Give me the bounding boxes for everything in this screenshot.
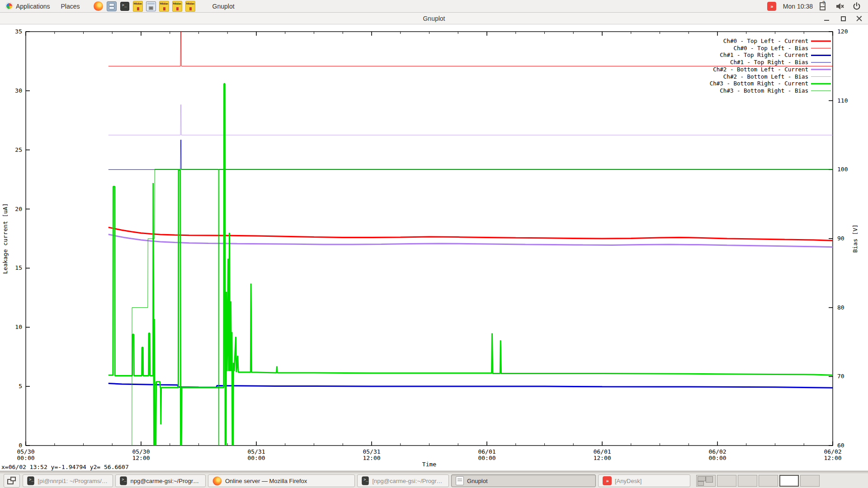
chart-text: 12:00 — [824, 455, 841, 461]
applications-menu-label: Applications — [16, 3, 50, 10]
anydesk-icon[interactable]: » — [767, 1, 777, 11]
launcher-file-manager-icon[interactable] — [107, 1, 117, 11]
gnuplot-window-titlebar[interactable]: Gnuplot — [0, 12, 868, 24]
taskbar-task-terminal[interactable]: >_npg@carme-gsi:~/Programs/CAR... — [115, 474, 206, 487]
panel-right: » Mon 10:38 ? — [767, 0, 868, 12]
workspace-3[interactable] — [738, 475, 757, 487]
panel-window-list-gnuplot[interactable]: Gnuplot — [208, 0, 239, 12]
series-ch3-bias — [132, 169, 833, 449]
terminal-icon: >_ — [362, 477, 369, 485]
series-ch3-current — [108, 84, 833, 446]
task-label: npg@carme-gsi:~/Programs/CAR... — [130, 478, 201, 484]
workspace-5[interactable] — [779, 475, 799, 487]
launcher-midas-icon[interactable]: Midas — [172, 1, 182, 11]
chart: 05/3000:0005/3012:0005/3100:0005/3112:00… — [0, 24, 868, 471]
chart-text: 110 — [837, 97, 848, 104]
chart-text: 00:00 — [478, 455, 495, 461]
workspace-window-outline — [706, 476, 713, 483]
chart-text: 10 — [15, 324, 22, 330]
panel-clock[interactable]: Mon 10:38 — [783, 3, 813, 10]
chart-text: Ch#3 - Bottom Right - Current — [710, 80, 808, 87]
series-ch2-current — [108, 235, 833, 247]
chart-text: 20 — [15, 206, 22, 212]
series-ch2-bias — [108, 105, 833, 135]
maximize-button[interactable] — [840, 15, 846, 22]
chart-text: Ch#1 - Top Right - Current — [720, 52, 808, 58]
chart-text: Ch#3 - Bottom Right - Bias — [720, 87, 808, 94]
launcher-terminal-icon[interactable]: >_ — [120, 1, 130, 11]
midas-icon: Midas — [159, 1, 169, 12]
chart-text: 06/01 — [593, 448, 611, 455]
launcher-midas-icon[interactable]: Midas — [133, 1, 143, 11]
anydesk-icon: » — [603, 476, 612, 485]
workspace-1[interactable] — [696, 475, 716, 487]
chart-text: 70 — [837, 373, 844, 380]
workspace-6[interactable] — [800, 475, 820, 487]
network-status-icon[interactable]: ? — [819, 1, 829, 11]
task-label: Online server — Mozilla Firefox — [225, 478, 307, 484]
workspace-switcher — [696, 475, 820, 487]
volume-muted-icon[interactable] — [835, 1, 845, 11]
launcher-firefox-icon[interactable] — [94, 1, 104, 11]
launcher-midas-icon[interactable]: Midas — [159, 1, 169, 11]
series-ch0-current — [108, 227, 833, 240]
chart-text: 0 — [19, 442, 22, 449]
chart-text: Time — [422, 461, 436, 468]
task-label: Gnuplot — [467, 478, 488, 484]
task-list: >_[pi@nnrpi1: ~/Programs/caenlogg...>_np… — [23, 474, 693, 487]
chart-text: 05/31 — [363, 448, 380, 455]
chart-text: 06/01 — [478, 448, 495, 455]
chart-text: Ch#0 - Top Left - Bias — [733, 45, 808, 52]
taskbar-task-gnuplot[interactable]: Gnuplot — [451, 474, 596, 487]
cursor-readout: x=06/02 13:52 y=-1.94794 y2= 56.6607 — [1, 464, 129, 470]
chart-text: 35 — [15, 28, 22, 35]
chart-text: Ch#2 - Bottom Left - Bias — [723, 73, 808, 80]
chart-text: 15 — [15, 264, 22, 271]
chart-text: 05/30 — [17, 448, 34, 455]
chart-text: 25 — [15, 146, 22, 153]
firefox-icon — [94, 1, 103, 11]
chart-text: 05/30 — [132, 448, 150, 455]
chart-text: Leakage current [uA] — [2, 203, 9, 274]
places-menu-label: Places — [61, 3, 80, 10]
terminal-icon: >_ — [120, 477, 127, 485]
taskbar-task-terminal[interactable]: >_[npg@carme-gsi:~/Programs/caen... — [357, 474, 449, 487]
chart-text: 06/02 — [824, 448, 841, 455]
task-label: [pi@nnrpi1: ~/Programs/caenlogg... — [38, 478, 108, 484]
close-button[interactable] — [856, 15, 863, 22]
applications-menu[interactable]: Applications — [0, 0, 56, 12]
taskbar-task-anydesk[interactable]: »[AnyDesk] — [598, 474, 690, 487]
chart-text: 5 — [19, 383, 22, 389]
taskbar-task-terminal[interactable]: >_[pi@nnrpi1: ~/Programs/caenlogg... — [23, 474, 113, 487]
screenshot-icon — [146, 1, 156, 11]
task-label: [npg@carme-gsi:~/Programs/caen... — [372, 478, 444, 484]
chart-text: 00:00 — [708, 455, 726, 461]
series-ch1-bias — [108, 140, 833, 170]
workspace-window-outline — [698, 481, 704, 486]
terminal-icon: >_ — [27, 477, 34, 485]
top-panel: Applications Places >_MidasMidasMidasMid… — [0, 0, 868, 13]
chart-text: 60 — [837, 442, 844, 449]
chart-text: 12:00 — [363, 455, 380, 461]
launcher-midas-icon[interactable]: Midas — [185, 1, 195, 11]
minimize-button[interactable] — [824, 15, 830, 22]
midas-icon: Midas — [172, 1, 182, 12]
show-desktop-button[interactable] — [4, 474, 20, 488]
gnuplot-canvas[interactable]: 05/3000:0005/3012:0005/3100:0005/3112:00… — [0, 24, 868, 471]
window-title: Gnuplot — [0, 13, 868, 24]
chart-text: 100 — [837, 166, 848, 173]
taskbar-task-firefox[interactable]: Online server — Mozilla Firefox — [208, 474, 355, 487]
workspace-4[interactable] — [759, 475, 778, 487]
launcher-screenshot-icon[interactable] — [146, 1, 156, 11]
power-icon[interactable] — [852, 1, 862, 11]
workspace-2[interactable] — [717, 475, 736, 487]
chart-text: 05/31 — [247, 448, 265, 455]
places-menu[interactable]: Places — [56, 0, 85, 12]
chart-text: 90 — [837, 235, 844, 242]
applications-icon — [5, 2, 13, 10]
taskbar: >_[pi@nnrpi1: ~/Programs/caenlogg...>_np… — [0, 473, 868, 488]
series-ch0-bias — [108, 28, 833, 66]
workspace-window-outline — [698, 476, 706, 481]
chart-text: Bias [V] — [852, 225, 859, 253]
gnuplot-icon — [456, 476, 464, 485]
